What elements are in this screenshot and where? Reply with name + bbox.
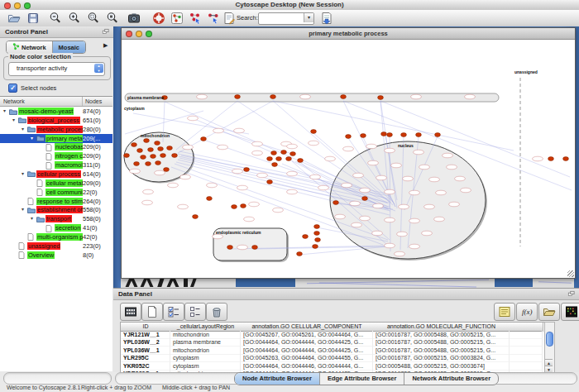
network-node[interactable] bbox=[313, 245, 318, 249]
network-node[interactable] bbox=[563, 157, 569, 161]
tab-network[interactable]: Network bbox=[7, 41, 53, 53]
expand-arrow-icon[interactable]: ▾ bbox=[22, 205, 24, 214]
network-node[interactable] bbox=[164, 168, 170, 172]
close-button[interactable] bbox=[4, 2, 11, 9]
zoom-in-button[interactable] bbox=[67, 11, 82, 26]
zoom-button[interactable] bbox=[24, 2, 31, 9]
tab-mosaic[interactable]: Mosaic bbox=[53, 41, 85, 53]
select-attributes-button[interactable] bbox=[120, 303, 141, 321]
network-node[interactable] bbox=[361, 134, 366, 138]
search-dropdown-arrow-icon[interactable]: ▾ bbox=[304, 13, 313, 22]
network-node[interactable] bbox=[134, 162, 140, 166]
network-overview-button[interactable] bbox=[170, 11, 184, 26]
network-close-button[interactable] bbox=[126, 31, 132, 37]
network-node[interactable] bbox=[144, 139, 150, 143]
attribute-matrix-button[interactable] bbox=[561, 303, 579, 321]
network-node[interactable] bbox=[158, 147, 164, 151]
network-node[interactable] bbox=[271, 151, 277, 155]
expand-arrow-icon[interactable]: ▾ bbox=[31, 134, 33, 143]
network-node[interactable] bbox=[311, 130, 317, 134]
network-node[interactable] bbox=[378, 96, 384, 100]
network-node[interactable] bbox=[146, 162, 151, 166]
network-node[interactable] bbox=[241, 204, 246, 208]
expand-arrow-icon[interactable]: ▾ bbox=[22, 170, 24, 179]
tree-row-primary-metabo[interactable]: ▾primary metabo209(... bbox=[0, 134, 112, 143]
tree-row-macromolecule[interactable]: macromolecule311(0) bbox=[0, 160, 112, 170]
table-scrollbar[interactable]: ▲ ▼ bbox=[544, 322, 555, 374]
network-node[interactable] bbox=[172, 154, 178, 158]
tab-edge-attribute-browser[interactable]: Edge Attribute Browser bbox=[320, 373, 404, 385]
network-node[interactable] bbox=[155, 141, 160, 146]
tree-row-multi-organism-pro[interactable]: multi-organism pro42(0) bbox=[0, 232, 112, 241]
zoom-fit-button[interactable] bbox=[86, 11, 101, 26]
help-button[interactable] bbox=[151, 11, 166, 26]
network-node[interactable] bbox=[244, 168, 250, 172]
edit-nodes-button[interactable] bbox=[188, 11, 203, 26]
resize-grip[interactable] bbox=[567, 270, 574, 277]
formula-builder-button[interactable]: f(x) bbox=[516, 303, 538, 321]
network-node[interactable] bbox=[548, 157, 554, 161]
annotation-button[interactable] bbox=[222, 11, 237, 26]
expand-arrow-icon[interactable]: ▾ bbox=[12, 116, 15, 125]
network-node[interactable] bbox=[303, 235, 309, 239]
tree-row-cell-communicat[interactable]: cell communicat22(0) bbox=[0, 188, 112, 197]
network-zoom-button[interactable] bbox=[146, 31, 152, 37]
expand-arrow-icon[interactable]: ▾ bbox=[22, 125, 24, 134]
network-node[interactable] bbox=[267, 180, 273, 184]
open-file-button[interactable] bbox=[7, 11, 22, 26]
network-node[interactable] bbox=[270, 95, 276, 99]
network-node[interactable] bbox=[252, 246, 258, 250]
tree-row-nitrogen-compo[interactable]: nitrogen compo209(0) bbox=[0, 151, 112, 160]
network-node[interactable] bbox=[341, 95, 347, 99]
create-attribute-button[interactable] bbox=[141, 303, 163, 321]
network-node[interactable] bbox=[286, 157, 292, 161]
network-node[interactable] bbox=[276, 157, 282, 161]
minimize-button[interactable] bbox=[14, 2, 21, 9]
tree-row-nucleobase-[interactable]: nucleobase-209(0) bbox=[0, 142, 112, 151]
network-node[interactable] bbox=[281, 151, 287, 155]
network-node[interactable] bbox=[124, 154, 130, 158]
tab-network-attribute-browser[interactable]: Network Attribute Browser bbox=[404, 373, 498, 385]
tree-row-establishment-of-lo[interactable]: ▾establishment of lo558(0) bbox=[0, 205, 112, 214]
network-node[interactable] bbox=[333, 201, 339, 205]
network-minimize-button[interactable] bbox=[136, 31, 142, 37]
network-window-titlebar[interactable]: primary metabolic process bbox=[122, 28, 575, 40]
network-node[interactable] bbox=[167, 146, 173, 151]
network-node[interactable] bbox=[160, 154, 166, 158]
float-panel-icon[interactable] bbox=[102, 28, 110, 41]
expand-arrow-icon[interactable]: ▾ bbox=[3, 107, 6, 116]
attribute-list-button[interactable] bbox=[184, 303, 206, 321]
expand-arrow-icon[interactable]: ▾ bbox=[31, 214, 33, 223]
network-node[interactable] bbox=[362, 197, 368, 201]
select-attributes-check-button[interactable] bbox=[163, 303, 184, 321]
network-node[interactable] bbox=[132, 143, 137, 147]
tree-row-unassigned[interactable]: unassigned223(0) bbox=[0, 241, 112, 251]
network-node[interactable] bbox=[201, 137, 207, 141]
network-node[interactable] bbox=[151, 155, 156, 159]
select-nodes-checkbox[interactable]: ✓ bbox=[8, 84, 17, 93]
tree-row-overview[interactable]: Overview8(0) bbox=[0, 251, 112, 260]
delete-attribute-button[interactable] bbox=[206, 303, 227, 321]
tree-row-metabolic-process[interactable]: ▾metabolic process280(0) bbox=[0, 125, 112, 134]
network-node[interactable] bbox=[227, 246, 233, 250]
tab-node-attribute-browser[interactable]: Node Attribute Browser bbox=[235, 373, 320, 385]
search-input[interactable]: ▾ bbox=[258, 12, 314, 25]
network-node[interactable] bbox=[272, 163, 278, 167]
network-node[interactable] bbox=[267, 157, 273, 161]
combo-stepper-icon[interactable]: ▲▼ bbox=[94, 64, 103, 73]
import-attributes-button[interactable] bbox=[538, 303, 560, 321]
tree-row-cellular-process[interactable]: ▾cellular process614(0) bbox=[0, 170, 112, 179]
scrollbar-thumb[interactable] bbox=[546, 332, 553, 347]
network-node[interactable] bbox=[381, 132, 387, 136]
network-node[interactable] bbox=[141, 155, 146, 160]
network-node[interactable] bbox=[387, 133, 393, 137]
zoom-out-button[interactable] bbox=[48, 11, 63, 26]
zoom-region-button[interactable] bbox=[105, 11, 120, 26]
network-node[interactable] bbox=[193, 215, 199, 219]
network-node[interactable] bbox=[207, 197, 213, 201]
network-node[interactable] bbox=[297, 252, 303, 256]
tree-row-response-to-stimulu[interactable]: response to stimulu264(0) bbox=[0, 197, 112, 206]
tree-row-cellular-metabo[interactable]: cellular metabo209(0) bbox=[0, 179, 112, 188]
attribute-notes-button[interactable] bbox=[494, 303, 515, 321]
network-node[interactable] bbox=[314, 225, 320, 229]
